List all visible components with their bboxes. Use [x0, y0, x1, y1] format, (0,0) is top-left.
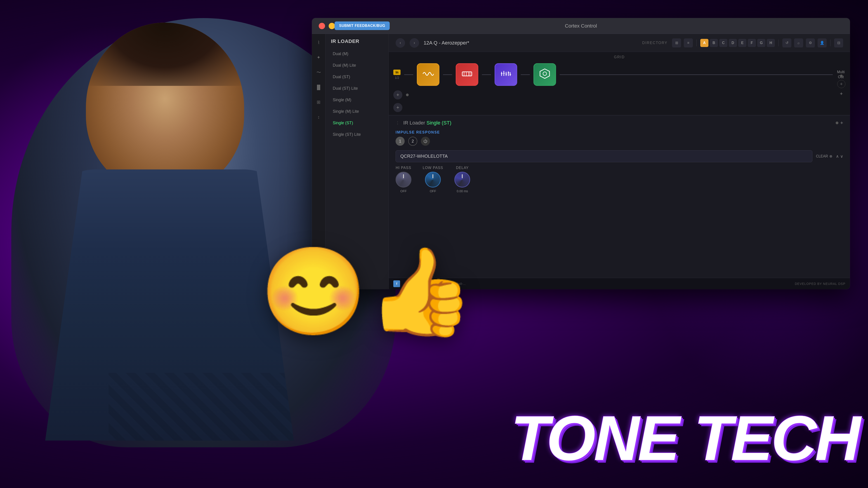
effect-wave[interactable]	[417, 63, 439, 86]
ir-main: IMPULSE RESPONSE 1 2 ⏻ QCR27-WHOLELOTTA …	[396, 130, 843, 193]
sidebar-arrow-icon[interactable]: ↕	[315, 113, 323, 121]
signal-line-2	[443, 74, 452, 75]
menu-item-single-st[interactable]: Single (ST)	[327, 118, 387, 129]
low-pass-knob[interactable]	[425, 172, 441, 188]
close-button[interactable]	[319, 23, 325, 29]
toolbar-icons: ⊞ ≡ A B C D E F G H	[672, 38, 843, 47]
toolbar-icon-list[interactable]: ≡	[684, 38, 693, 47]
slot-f[interactable]: F	[748, 39, 756, 47]
ir-loader-title: IR Loader Single (ST)	[403, 120, 452, 126]
svg-point-16	[543, 72, 547, 75]
sidebar-wave-icon[interactable]: 〜	[315, 68, 323, 76]
background: SUBMIT FEEDBACK/BUG Cortex Control ⌇ ✦ 〜…	[0, 0, 868, 488]
menu-item-single-m-lite[interactable]: Single (M) Lite	[327, 106, 387, 117]
slot-row: A B C D E F G H	[700, 39, 775, 47]
slot-b[interactable]: B	[710, 39, 718, 47]
add-effect-btn-2[interactable]: +	[393, 103, 402, 112]
effect-eq[interactable]	[495, 63, 517, 86]
window-title: Cortex Control	[565, 23, 597, 29]
sidebar-grid-icon[interactable]: ⊞	[315, 98, 323, 106]
menu-item-single-m[interactable]: Single (M)	[327, 94, 387, 105]
low-pass-value: OFF	[430, 189, 436, 193]
grid-label: GRID	[614, 55, 625, 59]
titlebar: SUBMIT FEEDBACK/BUG Cortex Control	[312, 18, 850, 34]
directory-label: DIRECTORY	[642, 41, 668, 45]
toolbar-icon-user[interactable]: 👤	[817, 38, 827, 47]
slot-c[interactable]: C	[719, 39, 727, 47]
svg-marker-15	[540, 69, 550, 78]
ir-power-btn[interactable]: ⏻	[421, 137, 430, 146]
minimize-button[interactable]	[329, 23, 335, 29]
sidebar-waveform-icon[interactable]: ⌇	[315, 38, 323, 46]
arrow-controls: ∧ ∨	[836, 154, 843, 159]
low-pass-label: LOW PASS	[423, 166, 443, 170]
ir-slot-2[interactable]: 2	[408, 137, 417, 146]
hi-pass-value: OFF	[400, 189, 407, 193]
svg-rect-0	[462, 72, 472, 76]
tone-tech-text: TONE TECH	[510, 402, 859, 475]
ir-add-btn[interactable]: +	[840, 120, 843, 126]
arrow-down-btn[interactable]: ∨	[840, 154, 843, 159]
ir-section: IMPULSE RESPONSE 1 2 ⏻ QCR27-WHOLELOTTA …	[396, 130, 843, 193]
menu-item-dual-m[interactable]: Dual (M)	[327, 48, 387, 59]
arrow-up-btn[interactable]: ∧	[836, 154, 839, 159]
person-body	[45, 169, 294, 441]
filter-row: HI PASS OFF LOW PASS OFF	[396, 166, 843, 193]
clear-label: CLEAR	[816, 154, 828, 158]
low-pass-group: LOW PASS OFF	[423, 166, 443, 193]
toolbar-icon-refresh[interactable]: ↺	[782, 38, 792, 47]
delay-knob[interactable]	[454, 172, 470, 188]
wave-icon	[423, 70, 434, 79]
effect-rect[interactable]	[456, 63, 478, 86]
person-head	[86, 23, 244, 192]
top-toolbar: ‹ › 12A Q - Aerozepper* DIRECTORY ⊞ ≡ A …	[389, 34, 850, 52]
chain-row-1: In 1/2	[393, 61, 845, 89]
status-dev: DEVELOPED BY NEURAL DSP	[795, 282, 845, 286]
sidebar-star-icon[interactable]: ✦	[315, 53, 323, 61]
menu-item-dual-st[interactable]: Dual (ST)	[327, 71, 387, 83]
toolbar-icon-grid2[interactable]: ⊟	[834, 38, 843, 47]
toolbar-divider-3	[830, 39, 831, 46]
menu-item-dual-st-lite[interactable]: Dual (ST) Lite	[327, 83, 387, 94]
hi-pass-knob[interactable]	[396, 172, 411, 188]
eq-icon	[501, 70, 511, 80]
nav-forward-button[interactable]: ›	[410, 38, 419, 48]
add-row-1: +	[393, 89, 845, 101]
slot-e[interactable]: E	[738, 39, 746, 47]
menu-item-dual-m-lite[interactable]: Dual (M) Lite	[327, 60, 387, 71]
add-btn-right[interactable]: +	[837, 80, 845, 88]
menu-section-title: IR LOADER	[326, 34, 389, 48]
slot-g[interactable]: G	[757, 39, 765, 47]
ir-clear-btn[interactable]: CLEAR ⊗	[816, 154, 832, 158]
toolbar-divider	[696, 39, 697, 46]
delay-label: DELAY	[456, 166, 469, 170]
clear-icon: ⊗	[829, 154, 832, 158]
ir-slot-1[interactable]: 1	[396, 137, 405, 146]
ir-dot	[836, 122, 838, 124]
ir-impulse-label: IMPULSE RESPONSE	[396, 130, 843, 134]
ir-loader-header: ⋮ IR Loader Single (ST) +	[396, 120, 843, 126]
effect-cab[interactable]	[533, 63, 556, 86]
toolbar-icon-search[interactable]: ⌕	[794, 38, 803, 47]
drag-handle[interactable]: ⋮	[396, 121, 400, 125]
signal-line-1	[404, 74, 413, 75]
toolbar-divider-2	[778, 39, 779, 46]
nav-back-button[interactable]: ‹	[396, 38, 405, 48]
rect-icon	[462, 70, 472, 79]
toolbar-icon-settings[interactable]: ⚙	[806, 38, 815, 47]
delay-value: 0.00 ms	[457, 189, 468, 193]
add-effect-btn-1[interactable]: +	[393, 90, 402, 99]
signal-line-5	[560, 74, 833, 75]
menu-item-single-st-lite[interactable]: Single (ST) Lite	[327, 129, 387, 140]
slot-a[interactable]: A	[700, 39, 708, 47]
ir-filename[interactable]: QCR27-WHOLELOTTA	[396, 150, 812, 162]
toolbar-icon-grid[interactable]: ⊞	[672, 38, 681, 47]
add-btn-right-2[interactable]: +	[840, 91, 843, 97]
preset-name: 12A Q - Aerozepper*	[424, 40, 638, 46]
feedback-button[interactable]: SUBMIT FEEDBACK/BUG	[335, 22, 390, 30]
slot-h[interactable]: H	[767, 39, 775, 47]
signal-line-3	[482, 74, 491, 75]
input-num: 1/2	[395, 76, 399, 79]
slot-d[interactable]: D	[729, 39, 737, 47]
sidebar-bars-icon[interactable]: ▐▌	[315, 83, 323, 91]
